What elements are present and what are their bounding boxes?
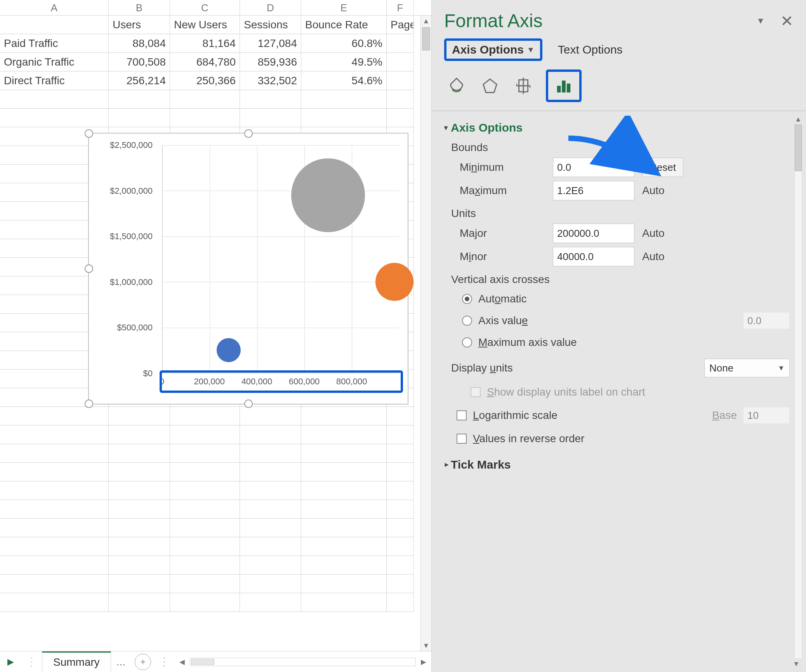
cell[interactable] <box>387 90 414 109</box>
scroll-down-icon[interactable]: ▼ <box>421 640 431 651</box>
radio-automatic[interactable]: Automatic <box>462 293 790 305</box>
cell[interactable]: 81,164 <box>170 34 240 53</box>
cell[interactable] <box>240 481 301 500</box>
cell[interactable] <box>387 593 414 612</box>
new-sheet-button[interactable]: + <box>135 654 151 670</box>
column-header[interactable]: A <box>0 0 109 15</box>
cell[interactable] <box>109 593 170 612</box>
cell[interactable]: 684,780 <box>170 53 240 71</box>
resize-handle-icon[interactable] <box>244 129 253 138</box>
cell[interactable] <box>301 444 387 463</box>
sheet-tab-summary[interactable]: Summary <box>42 651 111 672</box>
scroll-left-icon[interactable]: ◀ <box>177 658 188 666</box>
column-header[interactable]: F <box>387 0 414 15</box>
reset-button[interactable]: Reset <box>642 158 683 177</box>
cell[interactable] <box>109 575 170 593</box>
major-input[interactable] <box>553 224 634 243</box>
cell[interactable] <box>387 519 414 537</box>
column-header[interactable]: C <box>170 0 240 15</box>
close-icon[interactable]: ✕ <box>780 13 794 29</box>
cell[interactable]: New Users <box>170 16 240 34</box>
cell[interactable] <box>109 407 170 425</box>
sheet-nav-play-icon[interactable]: ▶ <box>0 657 21 667</box>
display-units-select[interactable]: None▼ <box>704 359 790 377</box>
x-axis-labels[interactable]: 0200,000400,000600,000800,000 <box>162 377 399 388</box>
cell[interactable] <box>109 556 170 575</box>
maximum-input[interactable] <box>553 181 634 200</box>
axis-options-section-header[interactable]: ▾ Axis Options <box>444 121 790 134</box>
cell[interactable] <box>170 407 240 425</box>
tick-marks-section-header[interactable]: ▾ Tick Marks <box>444 458 790 471</box>
minor-input[interactable] <box>553 247 634 266</box>
cell[interactable] <box>240 500 301 519</box>
bubble-paid-traffic[interactable] <box>217 338 241 362</box>
cell[interactable] <box>0 425 109 444</box>
scroll-down-icon[interactable]: ▼ <box>793 659 800 669</box>
cell[interactable] <box>301 425 387 444</box>
column-header[interactable]: D <box>240 0 301 15</box>
cell[interactable]: 54.6% <box>301 71 387 90</box>
cell[interactable] <box>0 519 109 537</box>
cell[interactable] <box>387 500 414 519</box>
cell[interactable] <box>301 593 387 612</box>
column-header[interactable]: B <box>109 0 170 15</box>
cell[interactable]: 60.8% <box>301 34 387 53</box>
cell[interactable] <box>170 109 240 127</box>
cell[interactable] <box>301 407 387 425</box>
panel-scrollbar[interactable]: ▲ ▼ <box>793 114 804 669</box>
cell[interactable] <box>240 537 301 556</box>
values-reverse-checkbox[interactable]: Values in reverse order <box>457 432 790 445</box>
cell[interactable] <box>387 53 414 71</box>
cell[interactable] <box>0 109 109 127</box>
cell[interactable] <box>170 425 240 444</box>
cell[interactable] <box>387 71 414 90</box>
minimum-input[interactable] <box>553 158 634 177</box>
bubble-chart[interactable]: $0$500,000$1,000,000$1,500,000$2,000,000… <box>88 133 408 405</box>
cell[interactable] <box>301 463 387 481</box>
cell[interactable] <box>0 481 109 500</box>
axis-options-icon-selected[interactable] <box>546 69 582 102</box>
cell[interactable] <box>170 575 240 593</box>
cell[interactable] <box>387 444 414 463</box>
hscroll-thumb[interactable] <box>191 659 214 665</box>
cell[interactable]: 127,084 <box>240 34 301 53</box>
scroll-right-icon[interactable]: ▶ <box>418 658 429 666</box>
cell[interactable] <box>170 90 240 109</box>
plot-area[interactable] <box>162 145 399 373</box>
cell[interactable] <box>387 109 414 127</box>
sheet-tabs-overflow[interactable]: ... <box>111 656 131 668</box>
cell[interactable] <box>240 90 301 109</box>
cell[interactable] <box>109 463 170 481</box>
cell[interactable] <box>0 575 109 593</box>
cell[interactable] <box>301 90 387 109</box>
cell[interactable] <box>109 481 170 500</box>
cell[interactable]: Pages / <box>387 16 414 34</box>
cell[interactable] <box>240 109 301 127</box>
cell[interactable] <box>170 519 240 537</box>
cell[interactable] <box>387 425 414 444</box>
text-options-tab[interactable]: Text Options <box>558 43 623 56</box>
cell[interactable]: 88,084 <box>109 34 170 53</box>
cell[interactable] <box>0 463 109 481</box>
cell[interactable] <box>109 519 170 537</box>
cell[interactable] <box>240 593 301 612</box>
cell[interactable] <box>109 444 170 463</box>
size-and-properties-icon[interactable] <box>512 75 534 97</box>
cell[interactable] <box>170 556 240 575</box>
cell[interactable]: Bounce Rate <box>301 16 387 34</box>
cell[interactable] <box>301 575 387 593</box>
horizontal-scrollbar[interactable]: ◀ ▶ <box>174 658 431 666</box>
cell[interactable] <box>170 500 240 519</box>
cell[interactable] <box>387 575 414 593</box>
cell[interactable] <box>387 34 414 53</box>
cell[interactable]: 332,502 <box>240 71 301 90</box>
cell[interactable] <box>0 556 109 575</box>
cell[interactable] <box>109 425 170 444</box>
cell[interactable] <box>387 407 414 425</box>
axis-options-tab[interactable]: Axis Options▼ <box>444 38 542 61</box>
cell[interactable] <box>0 90 109 109</box>
cell[interactable] <box>387 481 414 500</box>
cell[interactable] <box>240 425 301 444</box>
cell[interactable] <box>109 109 170 127</box>
logarithmic-scale-checkbox[interactable]: Logarithmic scale Base <box>457 407 790 424</box>
